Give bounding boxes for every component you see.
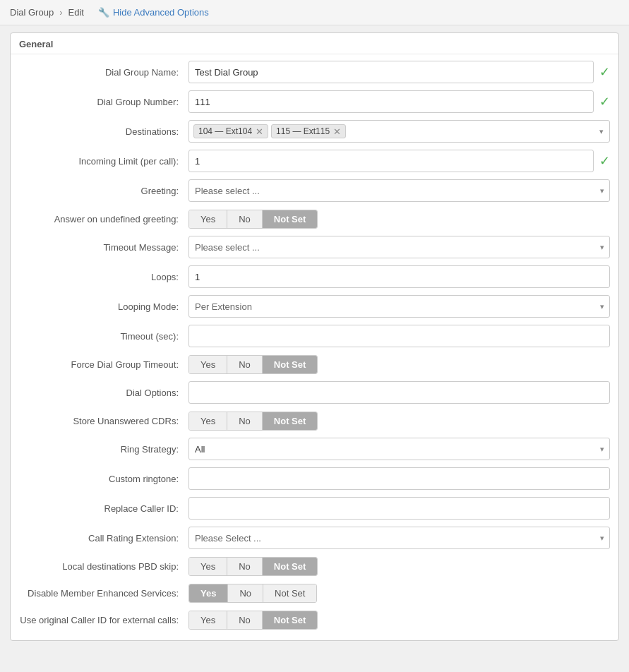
disable-member-enhanced-wrap: Yes No Not Set [188,584,610,603]
destination-tag-0: 104 — Ext104 ✕ [193,124,268,138]
dial-options-label: Dial Options: [19,388,188,398]
custom-ringtone-input[interactable] [188,467,610,490]
local-destinations-pbd-skip-btngroup: Yes No Not Set [188,557,318,576]
force-dial-timeout-yes[interactable]: Yes [189,356,227,373]
timeout-sec-input[interactable] [188,325,610,347]
timeout-sec-row: Timeout (sec): [11,321,618,351]
replace-caller-id-row: Replace Caller ID: [11,493,618,523]
incoming-limit-label: Incoming Limit (per call): [19,156,188,167]
dial-options-row: Dial Options: [11,378,618,407]
replace-caller-id-input[interactable] [188,497,610,520]
timeout-message-select[interactable]: Please select ... [188,236,610,258]
looping-mode-select[interactable]: Per Extension [188,295,610,318]
dial-group-name-wrap: ✓ [188,61,610,83]
store-unanswered-cdrs-row: Store Unanswered CDRs: Yes No Not Set [11,407,618,434]
dial-options-wrap [188,381,610,404]
destinations-row: Destinations: 104 — Ext104 ✕ 115 — Ext11… [11,116,618,146]
call-rating-extension-label: Call Rating Extension: [19,533,188,544]
section-title: General [11,33,618,54]
force-dial-group-timeout-label: Force Dial Group Timeout: [19,359,188,370]
incoming-limit-row: Incoming Limit (per call): ✓ [11,146,618,176]
loops-input[interactable] [188,265,610,288]
loops-wrap [188,265,610,288]
ring-strategy-label: Ring Strategy: [19,444,188,455]
destinations-field[interactable]: 104 — Ext104 ✕ 115 — Ext115 ✕ ▾ [188,120,610,143]
disable-member-enhanced-btngroup: Yes No Not Set [188,584,317,603]
replace-caller-id-label: Replace Caller ID: [19,503,188,514]
store-unanswered-cdrs-label: Store Unanswered CDRs: [19,416,188,426]
looping-mode-label: Looping Mode: [19,301,188,312]
dial-options-input[interactable] [188,381,610,404]
page-content: General Dial Group Name: ✓ Dial Group Nu… [0,25,629,655]
use-original-caller-id-label: Use original Caller ID for external call… [19,615,188,625]
timeout-message-select-wrap: Please select ... ▾ [188,236,610,258]
store-unanswered-cdrs-wrap: Yes No Not Set [188,412,610,431]
dial-group-name-label: Dial Group Name: [19,67,188,78]
greeting-label: Greeting: [19,186,188,196]
disable-member-enhanced-row: Disable Member Enhanced Services: Yes No… [11,580,618,606]
timeout-message-wrap: Please select ... ▾ [188,236,610,258]
breadcrumb-parent[interactable]: Dial Group [10,7,54,18]
disable-member-enhanced-notset[interactable]: Not Set [263,584,316,602]
custom-ringtone-wrap [188,467,610,490]
dial-group-number-wrap: ✓ [188,90,610,113]
use-original-caller-id-wrap: Yes No Not Set [188,611,610,630]
destinations-label: Destinations: [19,126,188,137]
timeout-sec-label: Timeout (sec): [19,331,188,342]
greeting-select[interactable]: Please select ... [188,179,610,202]
custom-ringtone-row: Custom ringtone: [11,464,618,493]
dial-group-name-check-icon: ✓ [599,64,610,80]
destinations-wrap: 104 — Ext104 ✕ 115 — Ext115 ✕ ▾ [188,120,610,143]
wrench-icon: 🔧 [98,7,109,18]
disable-member-enhanced-no[interactable]: No [228,584,263,602]
disable-member-enhanced-label: Disable Member Enhanced Services: [19,588,188,599]
use-original-caller-id-yes[interactable]: Yes [189,611,227,629]
store-unanswered-cdrs-btngroup: Yes No Not Set [188,412,318,431]
dial-group-number-check-icon: ✓ [599,94,610,109]
use-original-caller-id-row: Use original Caller ID for external call… [11,606,618,633]
local-destinations-pbd-skip-label: Local destinations PBD skip: [19,561,188,572]
dial-group-number-input[interactable] [188,90,594,113]
incoming-limit-input[interactable] [188,150,594,172]
local-destinations-pbd-skip-no[interactable]: No [227,558,263,575]
ring-strategy-wrap: All ▾ [188,438,610,460]
store-unanswered-cdrs-notset[interactable]: Not Set [263,412,318,430]
general-section: General Dial Group Name: ✓ Dial Group Nu… [10,32,619,641]
use-original-caller-id-no[interactable]: No [227,611,263,629]
hide-advanced-button[interactable]: 🔧 Hide Advanced Options [95,6,212,19]
force-dial-timeout-notset[interactable]: Not Set [263,356,318,373]
answer-undefined-notset[interactable]: Not Set [263,210,318,228]
force-dial-group-timeout-wrap: Yes No Not Set [188,355,610,374]
ring-strategy-select[interactable]: All [188,438,610,460]
answer-undefined-row: Answer on undefined greeting: Yes No Not… [11,205,618,232]
destination-tag-0-close[interactable]: ✕ [256,127,263,136]
local-destinations-pbd-skip-row: Local destinations PBD skip: Yes No Not … [11,553,618,580]
dial-group-number-row: Dial Group Number: ✓ [11,87,618,116]
header-bar: Dial Group › Edit 🔧 Hide Advanced Option… [0,0,629,25]
call-rating-extension-select-wrap: Please Select ... ▾ [188,527,610,549]
local-destinations-pbd-skip-notset[interactable]: Not Set [263,558,318,575]
greeting-row: Greeting: Please select ... ▾ [11,176,618,205]
hide-advanced-label: Hide Advanced Options [113,7,209,18]
timeout-message-row: Timeout Message: Please select ... ▾ [11,232,618,262]
call-rating-extension-select[interactable]: Please Select ... [188,527,610,549]
local-destinations-pbd-skip-wrap: Yes No Not Set [188,557,610,576]
answer-undefined-yes[interactable]: Yes [189,210,227,228]
local-destinations-pbd-skip-yes[interactable]: Yes [189,558,227,575]
answer-undefined-btngroup: Yes No Not Set [188,210,318,229]
answer-undefined-label: Answer on undefined greeting: [19,214,188,224]
store-unanswered-cdrs-yes[interactable]: Yes [189,412,227,430]
timeout-sec-wrap [188,325,610,347]
use-original-caller-id-notset[interactable]: Not Set [263,611,318,629]
answer-undefined-no[interactable]: No [227,210,263,228]
store-unanswered-cdrs-no[interactable]: No [227,412,263,430]
force-dial-group-timeout-row: Force Dial Group Timeout: Yes No Not Set [11,351,618,378]
incoming-limit-check-icon: ✓ [599,153,610,169]
force-dial-timeout-no[interactable]: No [227,356,263,373]
loops-row: Loops: [11,262,618,292]
disable-member-enhanced-yes[interactable]: Yes [189,584,228,602]
dial-group-name-input[interactable] [188,61,594,83]
destination-tag-1-close[interactable]: ✕ [333,127,341,136]
answer-undefined-wrap: Yes No Not Set [188,210,610,229]
call-rating-extension-row: Call Rating Extension: Please Select ...… [11,523,618,553]
